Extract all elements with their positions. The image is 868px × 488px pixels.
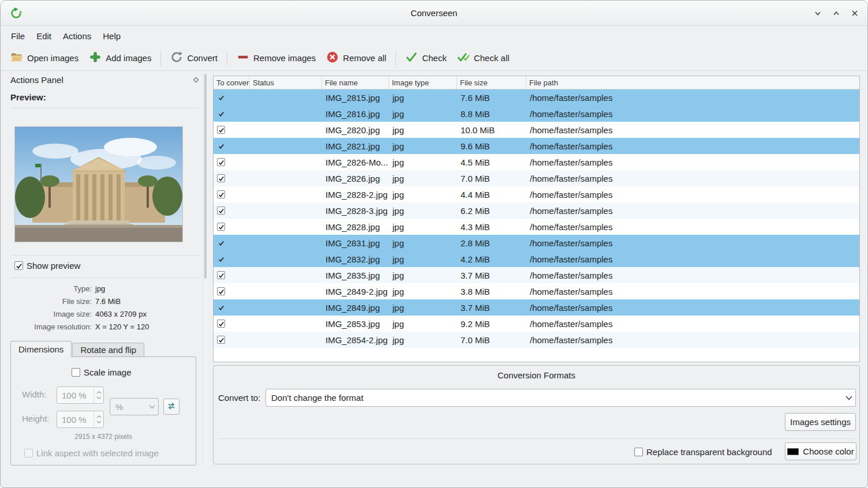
table-row[interactable]: IMG_2826-Mo... jpg 4.5 MiB /home/faster/… [214, 154, 859, 170]
tab-rotate-and-flip[interactable]: Rotate and flip [72, 343, 144, 356]
to-convert-checkbox[interactable] [217, 255, 225, 263]
preview-heading: Preview: [10, 92, 46, 102]
table-row[interactable]: IMG_2821.jpg jpg 9.6 MiB /home/faster/sa… [214, 138, 859, 154]
menu-edit[interactable]: Edit [31, 28, 57, 44]
unit-combobox[interactable]: % [110, 398, 159, 415]
scrollbar-handle[interactable] [204, 74, 207, 279]
to-convert-checkbox[interactable] [217, 174, 225, 182]
table-row[interactable]: IMG_2853.jpg jpg 9.2 MiB /home/faster/sa… [214, 316, 859, 332]
cell-to-convert [214, 283, 250, 299]
table-row[interactable]: IMG_2835.jpg jpg 3.7 MiB /home/faster/sa… [214, 267, 859, 283]
cell-status [250, 89, 322, 106]
row-check-icon [218, 305, 225, 311]
to-convert-checkbox[interactable] [217, 320, 225, 328]
column-header-file-name[interactable]: File name [322, 76, 389, 89]
table-row[interactable]: IMG_2849-2.jpg jpg 3.8 MiB /home/faster/… [214, 283, 859, 299]
to-convert-checkbox[interactable] [217, 158, 225, 166]
spin-buttons[interactable] [93, 411, 103, 427]
chevron-up-icon [96, 391, 102, 394]
row-check-icon [218, 240, 225, 246]
table-row[interactable]: IMG_2815.jpg jpg 7.6 MiB /home/faster/sa… [214, 89, 859, 106]
to-convert-checkbox[interactable] [217, 126, 225, 134]
minimize-button[interactable] [812, 7, 824, 19]
title-bar: Converseen [1, 1, 867, 26]
add-images-button[interactable]: Add images [84, 47, 156, 69]
info-label: Image size: [5, 310, 92, 318]
open-images-button[interactable]: Open images [5, 47, 84, 69]
row-check-icon [218, 127, 225, 133]
table-row[interactable]: IMG_2820.jpg jpg 10.0 MiB /home/faster/s… [214, 122, 859, 138]
to-convert-checkbox[interactable] [217, 110, 225, 118]
cell-image-type: jpg [389, 170, 457, 186]
table-row[interactable]: IMG_2831.jpg jpg 2.8 MiB /home/faster/sa… [214, 235, 859, 251]
to-convert-checkbox[interactable] [217, 239, 225, 247]
file-table: To convert Status File name Image type F… [213, 76, 860, 362]
chevron-down-icon [843, 396, 855, 400]
choose-color-button[interactable]: Choose color [785, 442, 856, 460]
to-convert-checkbox[interactable] [217, 142, 225, 150]
to-convert-checkbox[interactable] [217, 93, 225, 102]
to-convert-checkbox[interactable] [217, 190, 225, 198]
check-all-button[interactable]: Check all [452, 47, 515, 69]
scale-image-checkbox[interactable]: Scale image [72, 367, 132, 377]
table-row[interactable]: IMG_2828-3.jpg jpg 6.2 MiB /home/faster/… [214, 202, 859, 219]
images-settings-button[interactable]: Images settings [785, 413, 856, 431]
close-button[interactable] [849, 7, 860, 19]
checkbox-box[interactable] [14, 261, 23, 270]
spin-buttons[interactable] [93, 387, 103, 403]
to-convert-checkbox[interactable] [217, 271, 225, 279]
info-value: X = 120 Y = 120 [95, 322, 149, 331]
checkbox-box[interactable] [634, 448, 643, 456]
table-row[interactable]: IMG_2828-2.jpg jpg 4.4 MiB /home/faster/… [214, 186, 859, 202]
float-panel-button[interactable] [192, 76, 199, 83]
row-check-icon [218, 111, 225, 117]
window-controls [812, 1, 860, 26]
table-row[interactable]: IMG_2832.jpg jpg 4.2 MiB /home/faster/sa… [214, 251, 859, 267]
checkbox-box[interactable] [24, 449, 33, 457]
column-header-to-convert[interactable]: To convert [214, 76, 250, 89]
column-header-file-size[interactable]: File size [457, 76, 526, 89]
remove-all-button[interactable]: Remove all [321, 47, 391, 69]
remove-images-button[interactable]: Remove images [231, 47, 321, 69]
cell-to-convert [214, 332, 250, 348]
cell-file-path: /home/faster/samples [526, 283, 859, 299]
checkbox-box[interactable] [72, 368, 80, 377]
maximize-button[interactable] [830, 7, 842, 19]
column-header-image-type[interactable]: Image type [389, 76, 457, 89]
info-label: Type: [5, 284, 92, 293]
scale-image-label: Scale image [84, 367, 132, 377]
width-spinbox[interactable]: 100 % [57, 386, 104, 404]
cell-status [250, 332, 322, 348]
cell-file-path: /home/faster/samples [526, 235, 859, 251]
table-row[interactable]: IMG_2816.jpg jpg 8.8 MiB /home/faster/sa… [214, 106, 859, 122]
check-button[interactable]: Check [400, 47, 452, 69]
cell-file-size: 4.3 MiB [457, 219, 526, 235]
menu-help[interactable]: Help [97, 28, 126, 44]
to-convert-checkbox[interactable] [217, 207, 225, 215]
show-preview-checkbox[interactable]: Show preview [14, 261, 80, 271]
cell-image-type: jpg [389, 122, 457, 138]
format-combobox[interactable]: Don't change the format [265, 389, 856, 407]
reset-size-button[interactable] [163, 399, 179, 415]
to-convert-checkbox[interactable] [217, 336, 225, 344]
to-convert-checkbox[interactable] [217, 287, 225, 295]
tab-dimensions[interactable]: Dimensions [10, 341, 72, 357]
link-aspect-checkbox[interactable]: Link aspect with selected image [24, 448, 159, 458]
menu-file[interactable]: File [5, 28, 31, 44]
to-convert-checkbox[interactable] [217, 303, 225, 311]
toolbar-separator [395, 51, 396, 66]
to-convert-checkbox[interactable] [217, 223, 225, 231]
table-row[interactable]: IMG_2849.jpg jpg 3.7 MiB /home/faster/sa… [214, 299, 859, 316]
table-row[interactable]: IMG_2828.jpg jpg 4.3 MiB /home/faster/sa… [214, 219, 859, 235]
table-row[interactable]: IMG_2854-2.jpg jpg 7.0 MiB /home/faster/… [214, 332, 859, 348]
column-header-status[interactable]: Status [250, 76, 322, 89]
column-header-file-path[interactable]: File path [526, 76, 859, 89]
menu-actions[interactable]: Actions [57, 28, 97, 44]
info-label: Image resolution: [5, 322, 92, 331]
cell-file-name: IMG_2849-2.jpg [322, 283, 389, 299]
replace-background-checkbox[interactable]: Replace transparent background [634, 447, 772, 457]
panel-scrollbar[interactable] [203, 72, 207, 466]
convert-button[interactable]: Convert [165, 47, 223, 69]
height-spinbox[interactable]: 100 % [57, 411, 104, 428]
table-row[interactable]: IMG_2826.jpg jpg 7.0 MiB /home/faster/sa… [214, 170, 859, 186]
